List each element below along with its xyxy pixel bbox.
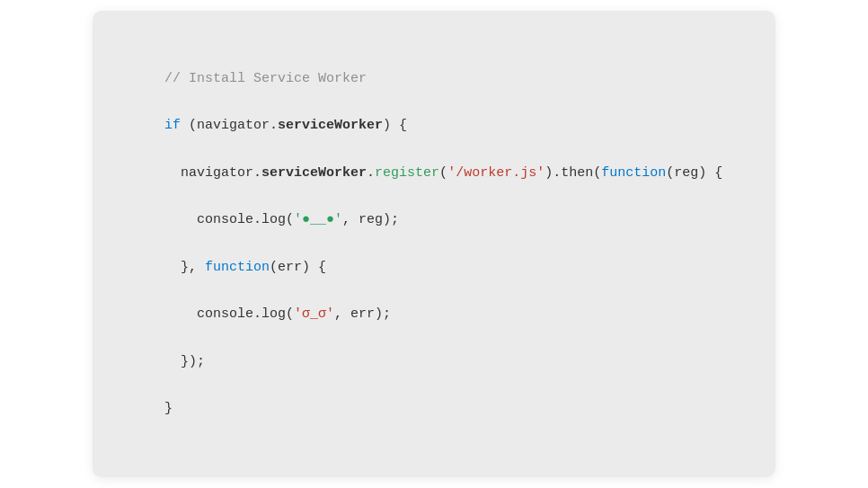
console-log-error: console.log('σ_σ', err); — [164, 306, 391, 322]
if-condition: (navigator.serviceWorker) { — [181, 118, 407, 133]
catch-line: }, function(err) { — [164, 260, 326, 275]
console-log-success: console.log('●__●', reg); — [164, 212, 399, 227]
close-if: } — [164, 401, 173, 416]
code-card: // Install Service Worker if (navigator.… — [93, 11, 775, 476]
close-then: }); — [164, 354, 205, 369]
if-keyword: if — [164, 118, 181, 133]
comment-line: // Install Service Worker — [164, 71, 367, 86]
code-block: // Install Service Worker if (navigator.… — [132, 43, 736, 444]
register-line: navigator.serviceWorker.register('/worke… — [164, 165, 722, 181]
